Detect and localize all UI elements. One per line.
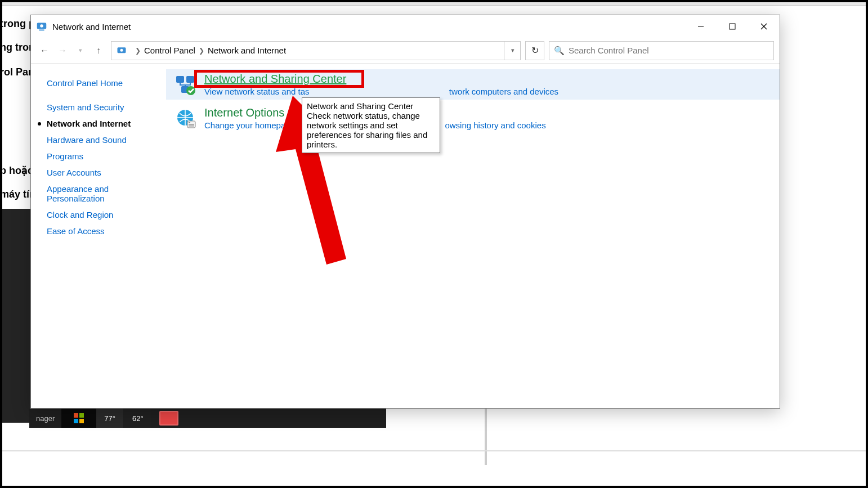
svg-rect-15 <box>189 122 190 123</box>
sidebar-item-appearance[interactable]: Appearance and Personalization <box>47 181 157 207</box>
bg-text-1: trong p <box>0 18 35 30</box>
minimize-button[interactable] <box>685 15 717 38</box>
background-taskbar: nager 77° 62° <box>29 409 386 428</box>
tooltip: Network and Sharing Center Check network… <box>302 97 440 153</box>
svg-rect-10 <box>186 76 194 83</box>
network-icon <box>35 20 48 33</box>
bg-text-4: p hoặc <box>0 164 33 177</box>
sidebar-item-label: Appearance and Personalization <box>47 184 157 203</box>
taskbar-red-icon <box>159 411 178 426</box>
sidebar-item-clock-region[interactable]: Clock and Region <box>47 207 157 223</box>
network-sharing-icon <box>174 74 196 96</box>
maximize-button[interactable] <box>717 15 748 38</box>
annotation-red-box <box>194 70 364 88</box>
doc-rule <box>0 450 868 451</box>
chevron-right-icon: ❯ <box>132 47 144 55</box>
breadcrumb-current[interactable]: Network and Internet <box>208 46 286 55</box>
sidebar-item-label: System and Security <box>47 102 124 112</box>
sidebar-item-label: User Accounts <box>47 168 101 177</box>
sidebar-item-home[interactable]: Control Panel Home <box>47 75 157 91</box>
windows-start-icon <box>61 409 96 428</box>
main-panel: Network and Sharing Center View network … <box>166 64 780 408</box>
sidebar-item-system-security[interactable]: System and Security <box>47 99 157 115</box>
link-browsing-history[interactable]: owsing history and cookies <box>445 120 545 130</box>
taskbar-weather-1: 77° <box>96 409 123 428</box>
nav-history-dropdown[interactable]: ▾ <box>73 43 88 59</box>
sidebar: Control Panel Home System and Security N… <box>31 64 166 408</box>
svg-point-8 <box>120 48 123 51</box>
link-view-computers[interactable]: twork computers and devices <box>449 87 558 96</box>
window-title: Network and Internet <box>52 22 131 32</box>
category-internet-options[interactable]: Internet Options Change your homepage | … <box>166 103 780 133</box>
sidebar-item-label: Control Panel Home <box>47 78 123 88</box>
search-input[interactable] <box>569 46 773 55</box>
sidebar-item-network-internet[interactable]: Network and Internet <box>47 115 157 132</box>
control-panel-window: Network and Internet ← → ▾ ↑ ❯ Control P… <box>30 15 780 409</box>
sidebar-item-label: Programs <box>47 151 83 161</box>
link-homepage[interactable]: Change your homepage <box>204 120 295 130</box>
sidebar-item-label: Ease of Access <box>47 226 105 236</box>
close-button[interactable] <box>748 15 780 38</box>
chevron-right-icon: ❯ <box>195 47 208 55</box>
internet-options-icon <box>174 108 196 130</box>
category-links: View network status and tas twork comput… <box>204 87 772 96</box>
sidebar-item-label: Hardware and Sound <box>47 135 127 145</box>
background-toolbar <box>0 0 868 6</box>
doc-separator <box>485 409 487 465</box>
nav-back-button[interactable]: ← <box>37 43 52 59</box>
taskbar-text: nager <box>29 414 61 423</box>
search-icon: 🔍 <box>549 46 569 56</box>
tooltip-title: Network and Sharing Center <box>307 101 435 111</box>
bg-text-3: rol Paı <box>0 66 31 78</box>
svg-point-2 <box>40 24 43 28</box>
nav-forward-button[interactable]: → <box>55 43 70 59</box>
breadcrumb-root[interactable]: Control Panel <box>144 46 195 55</box>
search-box[interactable]: 🔍 <box>549 41 774 60</box>
svg-rect-17 <box>189 126 194 127</box>
svg-rect-1 <box>39 30 44 31</box>
control-panel-icon <box>116 45 127 56</box>
bg-text-2: ng tron <box>0 42 35 53</box>
sidebar-item-user-accounts[interactable]: User Accounts <box>47 164 157 181</box>
sidebar-item-hardware-sound[interactable]: Hardware and Sound <box>47 132 157 148</box>
link-view-status[interactable]: View network status and tas <box>204 87 310 96</box>
address-bar[interactable]: ❯ Control Panel ❯ Network and Internet ▾ <box>111 41 521 60</box>
sidebar-item-label: Clock and Region <box>47 210 113 220</box>
category-network-sharing[interactable]: Network and Sharing Center View network … <box>166 69 780 100</box>
sidebar-item-programs[interactable]: Programs <box>47 148 157 164</box>
svg-rect-4 <box>730 24 735 29</box>
bg-dark-strip <box>0 209 30 423</box>
category-links: Change your homepage | owsing history an… <box>204 120 772 130</box>
nav-up-button[interactable]: ↑ <box>91 43 106 59</box>
category-title[interactable]: Internet Options <box>204 106 772 119</box>
sidebar-item-ease-of-access[interactable]: Ease of Access <box>47 223 157 239</box>
address-dropdown[interactable]: ▾ <box>504 42 520 60</box>
navbar: ← → ▾ ↑ ❯ Control Panel ❯ Network and In… <box>31 38 780 64</box>
sidebar-item-label: Network and Internet <box>47 119 131 128</box>
svg-rect-16 <box>189 124 194 125</box>
tooltip-body: Check network status, change network set… <box>307 111 435 149</box>
svg-rect-9 <box>176 76 184 83</box>
titlebar: Network and Internet <box>31 15 780 38</box>
refresh-button[interactable]: ↻ <box>525 41 544 60</box>
taskbar-weather-2: 62° <box>124 409 151 428</box>
